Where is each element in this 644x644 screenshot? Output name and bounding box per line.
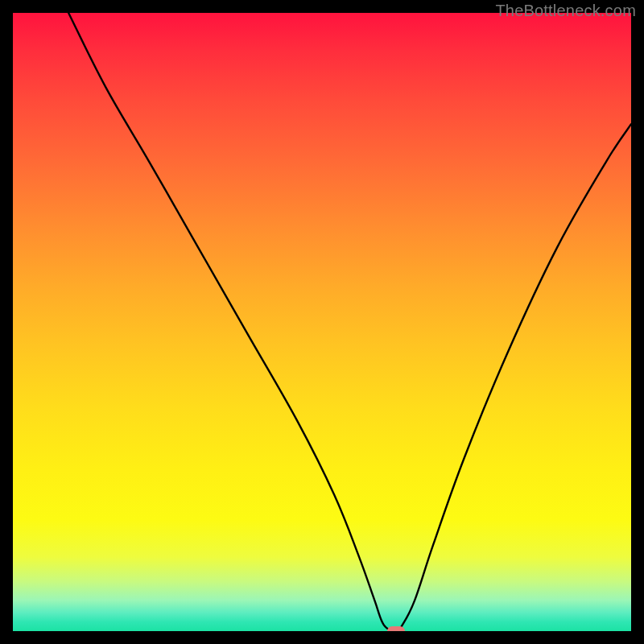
plot-region <box>13 13 631 631</box>
watermark-text: TheBottleneck.com <box>495 2 636 20</box>
bottleneck-curve <box>13 13 631 631</box>
chart-container: TheBottleneck.com <box>0 0 644 644</box>
minimum-marker <box>387 626 405 631</box>
